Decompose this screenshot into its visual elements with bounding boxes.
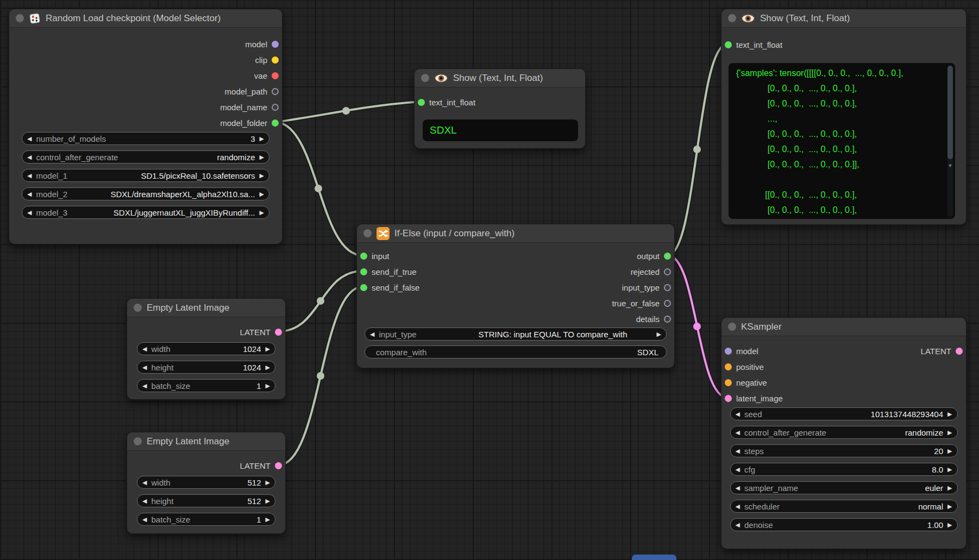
node-header[interactable]: If-Else (input / compare_with) xyxy=(357,224,674,243)
widget-seed[interactable]: ◀seed1013137448293404▶ xyxy=(730,407,958,420)
node-empty-latent-2[interactable]: Empty Latent Image LATENT ◀width512▶ ◀he… xyxy=(127,432,286,534)
node-header[interactable]: KSampler xyxy=(721,318,966,336)
increment-arrow-icon[interactable]: ▶ xyxy=(947,485,952,491)
partial-node-offscreen[interactable] xyxy=(632,555,676,560)
input-slot-negative[interactable] xyxy=(725,379,732,386)
node-graph-canvas[interactable]: Random Load checkpoint (Model Selector) … xyxy=(0,0,979,560)
increment-arrow-icon[interactable]: ▶ xyxy=(947,430,952,436)
widget-model-1[interactable]: ◀model_1SD1.5/picxReal_10.safetensors▶ xyxy=(22,169,269,182)
node-if-else[interactable]: If-Else (input / compare_with) output re… xyxy=(356,224,675,368)
output-slot-latent[interactable] xyxy=(275,329,282,336)
widget-number-of-models[interactable]: ◀number_of_models3▶ xyxy=(22,132,269,145)
output-slot-details[interactable] xyxy=(664,316,671,323)
link-midpoint-dot[interactable] xyxy=(342,107,350,115)
decrement-arrow-icon[interactable]: ◀ xyxy=(736,448,740,454)
increment-arrow-icon[interactable]: ▶ xyxy=(266,346,270,352)
increment-arrow-icon[interactable]: ▶ xyxy=(266,480,270,486)
widget-width[interactable]: ◀width1024▶ xyxy=(137,342,275,355)
collapse-dot[interactable] xyxy=(16,14,24,22)
collapse-dot[interactable] xyxy=(421,74,429,82)
link-midpoint-dot[interactable] xyxy=(693,146,701,153)
output-slot-model-folder[interactable] xyxy=(272,119,279,127)
output-slot-latent[interactable] xyxy=(956,348,963,355)
output-slot-latent[interactable] xyxy=(275,462,282,469)
node-show-large[interactable]: Show (Text, Int, Float) text_int_float {… xyxy=(721,9,967,225)
increment-arrow-icon[interactable]: ▶ xyxy=(266,383,270,389)
output-slot-rejected[interactable] xyxy=(664,268,671,275)
decrement-arrow-icon[interactable]: ◀ xyxy=(27,210,32,216)
increment-arrow-icon[interactable]: ▶ xyxy=(266,517,270,523)
widget-height[interactable]: ◀height512▶ xyxy=(137,494,275,507)
widget-sampler-name[interactable]: ◀sampler_nameeuler▶ xyxy=(730,481,958,494)
output-slot-input-type[interactable] xyxy=(664,284,671,291)
decrement-arrow-icon[interactable]: ◀ xyxy=(27,154,32,160)
widget-scheduler[interactable]: ◀schedulernormal▶ xyxy=(730,500,958,513)
output-slot-model-path[interactable] xyxy=(272,88,279,95)
widget-model-2[interactable]: ◀model_2SDXL/dreamshaperXL_alpha2Xl10.sa… xyxy=(22,187,269,200)
decrement-arrow-icon[interactable]: ◀ xyxy=(736,467,740,473)
widget-width[interactable]: ◀width512▶ xyxy=(137,476,275,489)
increment-arrow-icon[interactable]: ▶ xyxy=(947,522,952,528)
collapse-dot[interactable] xyxy=(363,229,372,237)
node-header[interactable]: Show (Text, Int, Float) xyxy=(415,69,585,87)
increment-arrow-icon[interactable]: ▶ xyxy=(266,364,270,370)
decrement-arrow-icon[interactable]: ◀ xyxy=(142,480,147,486)
node-header[interactable]: Random Load checkpoint (Model Selector) xyxy=(9,9,282,28)
node-empty-latent-1[interactable]: Empty Latent Image LATENT ◀width1024▶ ◀h… xyxy=(127,298,286,400)
node-header[interactable]: Empty Latent Image xyxy=(127,432,285,451)
decrement-arrow-icon[interactable]: ◀ xyxy=(27,173,32,179)
increment-arrow-icon[interactable]: ▶ xyxy=(260,210,264,216)
node-random-load-checkpoint[interactable]: Random Load checkpoint (Model Selector) … xyxy=(9,9,283,244)
widget-cfg[interactable]: ◀cfg8.0▶ xyxy=(730,463,958,476)
output-slot-model[interactable] xyxy=(272,41,279,48)
decrement-arrow-icon[interactable]: ◀ xyxy=(736,485,740,491)
node-header[interactable]: Show (Text, Int, Float) xyxy=(721,9,966,28)
input-slot-positive[interactable] xyxy=(725,363,732,370)
increment-arrow-icon[interactable]: ▶ xyxy=(947,411,952,417)
decrement-arrow-icon[interactable]: ◀ xyxy=(736,504,740,509)
increment-arrow-icon[interactable]: ▶ xyxy=(260,154,264,160)
increment-arrow-icon[interactable]: ▶ xyxy=(260,191,264,197)
decrement-arrow-icon[interactable]: ◀ xyxy=(142,346,147,352)
increment-arrow-icon[interactable]: ▶ xyxy=(947,504,952,509)
widget-height[interactable]: ◀height1024▶ xyxy=(137,361,275,374)
widget-input-type[interactable]: ◀input_typeSTRING: input EQUAL TO compar… xyxy=(365,328,667,341)
collapse-dot[interactable] xyxy=(728,323,736,331)
increment-arrow-icon[interactable]: ▶ xyxy=(657,331,661,337)
decrement-arrow-icon[interactable]: ◀ xyxy=(370,331,374,337)
decrement-arrow-icon[interactable]: ◀ xyxy=(736,411,740,417)
link-midpoint-dot[interactable] xyxy=(317,297,324,305)
decrement-arrow-icon[interactable]: ◀ xyxy=(736,522,740,528)
decrement-arrow-icon[interactable]: ◀ xyxy=(142,383,147,389)
increment-arrow-icon[interactable]: ▶ xyxy=(947,448,952,454)
output-slot-true-or-false[interactable] xyxy=(664,300,671,307)
output-slot-output[interactable] xyxy=(664,253,671,260)
increment-arrow-icon[interactable]: ▶ xyxy=(266,498,270,504)
increment-arrow-icon[interactable]: ▶ xyxy=(260,173,264,179)
input-slot-text-int-float[interactable] xyxy=(725,41,732,48)
widget-batch-size[interactable]: ◀batch_size1▶ xyxy=(137,379,275,392)
increment-arrow-icon[interactable]: ▶ xyxy=(947,467,952,473)
widget-steps[interactable]: ◀steps20▶ xyxy=(730,444,958,457)
input-slot-text-int-float[interactable] xyxy=(418,99,425,106)
decrement-arrow-icon[interactable]: ◀ xyxy=(736,430,740,436)
collapse-dot[interactable] xyxy=(134,437,142,445)
link-midpoint-dot[interactable] xyxy=(693,323,701,330)
widget-compare-with[interactable]: compare_withSDXL xyxy=(365,345,667,358)
output-slot-clip[interactable] xyxy=(272,56,279,64)
link-midpoint-dot[interactable] xyxy=(317,372,324,380)
decrement-arrow-icon[interactable]: ◀ xyxy=(142,517,147,523)
node-header[interactable]: Empty Latent Image xyxy=(127,299,285,317)
scrollbar-down-icon[interactable]: ▼ xyxy=(947,163,953,168)
node-show-small[interactable]: Show (Text, Int, Float) text_int_float S… xyxy=(414,68,586,149)
decrement-arrow-icon[interactable]: ◀ xyxy=(142,364,147,370)
collapse-dot[interactable] xyxy=(134,304,142,312)
link-midpoint-dot[interactable] xyxy=(315,185,322,192)
scrollbar-thumb[interactable] xyxy=(947,66,953,159)
output-slot-model-name[interactable] xyxy=(272,104,279,111)
widget-control-after-generate[interactable]: ◀control_after_generaterandomize▶ xyxy=(730,426,958,439)
widget-denoise[interactable]: ◀denoise1.00▶ xyxy=(730,518,958,531)
output-slot-vae[interactable] xyxy=(272,72,279,79)
widget-batch-size[interactable]: ◀batch_size1▶ xyxy=(137,513,275,526)
decrement-arrow-icon[interactable]: ◀ xyxy=(142,498,147,504)
